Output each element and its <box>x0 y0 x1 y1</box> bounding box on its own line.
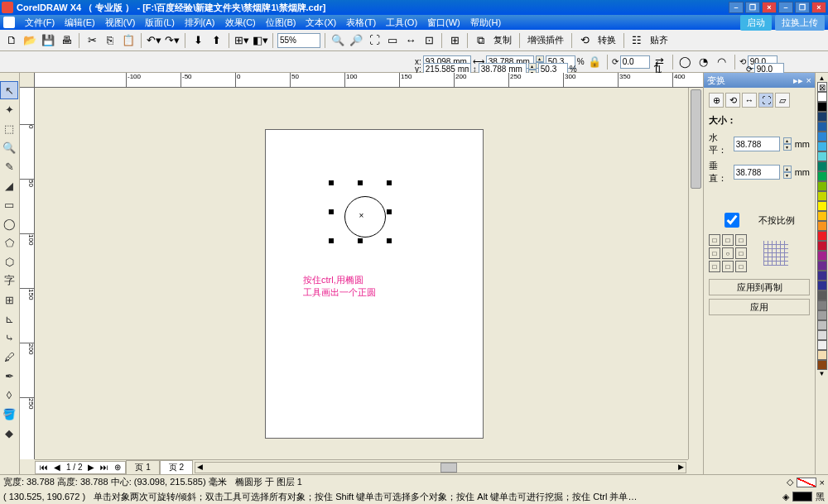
palette-up-icon[interactable]: ▲ <box>819 74 826 82</box>
text-tool[interactable]: 字 <box>0 271 18 290</box>
page-tab-1[interactable]: 页 1 <box>126 460 159 475</box>
copy-btn-icon[interactable]: ⧉ <box>472 32 489 49</box>
restore-parent-button[interactable]: ❐ <box>745 2 760 13</box>
horiz-input[interactable] <box>734 137 780 151</box>
freehand-tool[interactable]: ✎ <box>0 157 18 175</box>
minimize-parent-button[interactable]: – <box>729 2 744 13</box>
convert-icon[interactable]: ⟲ <box>576 32 593 49</box>
restore-button[interactable]: ❐ <box>795 2 810 13</box>
interactive-fill-tool[interactable]: ◆ <box>0 424 18 442</box>
menu-E[interactable]: 编辑(E) <box>60 16 100 30</box>
outline-tool[interactable]: ◊ <box>0 386 18 404</box>
scale-mode-icon[interactable]: ↔ <box>742 93 757 108</box>
copy-label[interactable]: 复制 <box>490 34 515 46</box>
fill-indicator-icon[interactable]: ◇ <box>787 477 793 487</box>
color-swatch[interactable] <box>817 231 827 241</box>
anchor-tr[interactable] <box>735 234 747 246</box>
color-swatch[interactable] <box>817 161 827 171</box>
nonprop-checkbox[interactable] <box>709 213 755 228</box>
handle-tl[interactable] <box>329 180 334 185</box>
connector-tool[interactable]: ⤷ <box>0 329 18 347</box>
launch-button[interactable]: 启动 <box>740 15 772 31</box>
vertical-scrollbar[interactable] <box>688 88 703 459</box>
apply-duplicate-button[interactable]: 应用到再制 <box>709 279 810 295</box>
pie-icon[interactable]: ◔ <box>696 54 712 70</box>
undo-icon[interactable]: ↶▾ <box>146 32 162 49</box>
handle-br[interactable] <box>387 238 392 243</box>
open-icon[interactable]: 📂 <box>22 32 38 49</box>
cut-icon[interactable]: ✂ <box>84 32 100 49</box>
color-swatch[interactable] <box>817 221 827 231</box>
menu-V[interactable]: 视图(V) <box>100 16 141 30</box>
pick-tool[interactable]: ↖ <box>0 81 18 99</box>
docker-close-icon[interactable]: × <box>806 75 811 86</box>
anchor-mc[interactable] <box>722 247 734 259</box>
polygon-tool[interactable]: ⬠ <box>0 233 18 252</box>
color-swatch[interactable] <box>817 241 827 251</box>
color-swatch[interactable] <box>817 142 827 151</box>
menu-X[interactable]: 文本(X) <box>301 16 341 30</box>
dimension-tool[interactable]: ⊾ <box>0 310 18 328</box>
color-swatch[interactable] <box>817 211 827 221</box>
docker-menu-icon[interactable]: ▸▸ <box>793 75 803 86</box>
color-swatch[interactable] <box>817 201 827 211</box>
handle-tc[interactable] <box>358 180 363 185</box>
menu-H[interactable]: 帮助(H) <box>465 16 506 30</box>
handle-mr[interactable] <box>387 209 392 214</box>
fill-swatch[interactable] <box>797 478 816 487</box>
selected-ellipse[interactable]: × <box>331 183 389 241</box>
menu-C[interactable]: 效果(C) <box>220 16 261 30</box>
zoom-page-icon[interactable]: ▭ <box>384 32 401 49</box>
last-page-button[interactable]: ⏭ <box>98 463 111 472</box>
next-page-button[interactable]: ▶ <box>85 463 97 472</box>
ruler-origin[interactable] <box>20 73 35 88</box>
anchor-tl[interactable] <box>709 234 720 246</box>
ellipse-shape[interactable] <box>344 196 386 238</box>
export-icon[interactable]: ⬆ <box>208 32 224 49</box>
save-icon[interactable]: 💾 <box>40 32 56 49</box>
zoom-out-icon[interactable]: 🔎 <box>348 32 364 49</box>
stroke-swatch[interactable] <box>792 492 812 502</box>
handle-tr[interactable] <box>387 180 392 185</box>
color-swatch[interactable] <box>817 171 827 181</box>
align-label[interactable]: 贴齐 <box>647 34 672 46</box>
minimize-button[interactable]: – <box>778 2 793 13</box>
size-mode-icon[interactable]: ⛶ <box>758 93 773 108</box>
skew-mode-icon[interactable]: ▱ <box>775 93 790 108</box>
paste-icon[interactable]: 📋 <box>120 32 137 49</box>
palette-down-icon[interactable]: ▼ <box>819 370 826 377</box>
menu-B[interactable]: 位图(B) <box>261 16 301 30</box>
zoom-in-icon[interactable]: 🔍 <box>330 32 346 49</box>
color-swatch[interactable] <box>817 300 827 310</box>
fill-tool[interactable]: 🪣 <box>0 405 18 423</box>
ellipse-icon[interactable]: ◯ <box>677 54 694 70</box>
redo-icon[interactable]: ↷▾ <box>164 32 181 49</box>
anchor-bl[interactable] <box>709 261 720 272</box>
w-up[interactable]: ▴ <box>536 55 544 62</box>
add-page-button[interactable]: ⊕ <box>112 463 123 472</box>
color-swatch[interactable] <box>817 251 827 261</box>
apply-button[interactable]: 应用 <box>709 299 810 315</box>
color-swatch[interactable] <box>817 340 827 350</box>
new-icon[interactable]: 🗋 <box>3 32 20 49</box>
menu-F[interactable]: 文件(F) <box>20 16 60 30</box>
menu-W[interactable]: 窗口(W) <box>422 16 465 30</box>
rotate-mode-icon[interactable]: ⟲ <box>725 93 740 108</box>
menu-T[interactable]: 表格(T) <box>341 16 381 30</box>
crop-tool[interactable]: ⬚ <box>0 119 18 137</box>
color-swatch[interactable] <box>817 112 827 122</box>
close-parent-button[interactable]: × <box>762 2 777 13</box>
lock-icon[interactable]: 🔒 <box>586 54 603 70</box>
color-swatch[interactable] <box>817 360 827 370</box>
zoom-all-icon[interactable]: ⊡ <box>421 32 437 49</box>
table-tool[interactable]: ⊞ <box>0 290 18 309</box>
pos-mode-icon[interactable]: ⊕ <box>709 93 724 108</box>
h-up[interactable]: ▴ <box>528 63 537 70</box>
anchor-mr[interactable] <box>735 247 747 259</box>
color-swatch[interactable] <box>817 310 827 320</box>
rotation-input[interactable] <box>620 55 650 69</box>
convert-label[interactable]: 转换 <box>595 34 619 46</box>
handle-bc[interactable] <box>358 238 363 243</box>
first-page-button[interactable]: ⏮ <box>37 463 51 472</box>
color-swatch[interactable] <box>817 132 827 142</box>
